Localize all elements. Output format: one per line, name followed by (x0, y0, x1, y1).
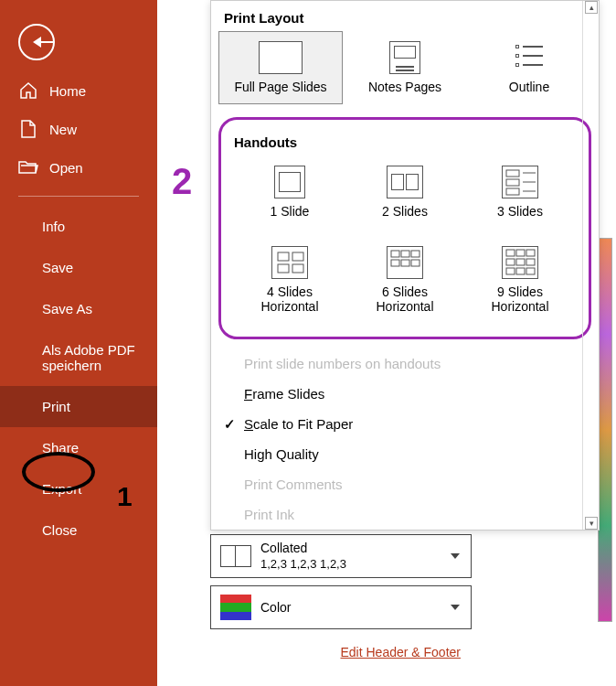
setting-line1: Color (260, 599, 291, 616)
svg-rect-20 (516, 259, 525, 265)
backstage-sidebar: Home New Open Info Save Save As Als Adob… (0, 0, 157, 686)
svg-rect-10 (391, 251, 399, 257)
open-icon (18, 157, 38, 177)
nav-label: Home (49, 83, 86, 99)
setting-collated-dropdown[interactable]: Collated 1,2,3 1,2,3 1,2,3 (210, 534, 472, 578)
nav-info[interactable]: Info (0, 206, 157, 247)
nav-adobe-pdf[interactable]: Als Adobe PDF speichern (0, 329, 157, 386)
nav-saveas[interactable]: Save As (0, 288, 157, 329)
chevron-down-icon (451, 553, 460, 559)
footer-link-row: Edit Header & Footer (210, 637, 472, 660)
setting-line1: Collated (260, 540, 346, 556)
separator (18, 196, 139, 197)
back-button[interactable] (18, 24, 55, 60)
nav-save[interactable]: Save (0, 247, 157, 288)
section-title-print-layout: Print Layout (211, 1, 599, 31)
color-icon (220, 595, 251, 620)
svg-rect-19 (506, 259, 515, 265)
nav-share[interactable]: Share (0, 427, 157, 468)
handout-1-slide[interactable]: 1 Slide (232, 155, 347, 229)
annotation-2: 2 (172, 161, 192, 202)
svg-rect-11 (401, 251, 409, 257)
handout-1-icon (274, 166, 305, 198)
nav-export[interactable]: Export (0, 468, 157, 509)
svg-rect-13 (391, 260, 399, 266)
content-area: ▴ ▾ Print Layout Full Page Slides Notes … (157, 0, 616, 686)
new-icon (18, 119, 38, 139)
annotation-1: 1 (117, 481, 133, 512)
svg-rect-21 (526, 259, 535, 265)
opt-scale-fit[interactable]: ✓Scale to Fit Paper (211, 409, 599, 439)
opt-print-ink: Print Ink (211, 499, 599, 530)
handout-4-horiz[interactable]: 4 Slides Horizontal (232, 236, 347, 324)
handout-4-icon (271, 246, 308, 279)
full-page-icon (259, 41, 303, 74)
collate-icon (220, 545, 251, 567)
handout-6-icon (387, 246, 423, 279)
section-title-handouts: Handouts (225, 125, 585, 155)
svg-rect-23 (516, 268, 525, 274)
handout-2-icon (387, 166, 423, 198)
scroll-up-icon[interactable]: ▴ (585, 1, 598, 14)
svg-rect-14 (401, 260, 409, 266)
svg-rect-6 (278, 252, 289, 261)
nav-label: New (49, 122, 77, 137)
svg-rect-8 (278, 264, 289, 273)
svg-rect-22 (506, 268, 515, 274)
svg-rect-18 (526, 250, 535, 256)
handout-6-horiz[interactable]: 6 Slides Horizontal (347, 236, 462, 324)
nav-new[interactable]: New (0, 110, 157, 148)
check-icon: ✓ (224, 416, 236, 433)
setting-line2: 1,2,3 1,2,3 1,2,3 (260, 557, 346, 573)
svg-rect-24 (526, 268, 535, 274)
layout-full-page[interactable]: Full Page Slides (218, 31, 343, 104)
svg-rect-1 (506, 179, 519, 186)
nav-home[interactable]: Home (0, 71, 157, 110)
opt-print-slide-numbers: Print slide numbers on handouts (211, 348, 599, 379)
nav-label: Open (49, 160, 83, 176)
opt-print-comments: Print Comments (211, 469, 599, 499)
layout-outline[interactable]: Outline (467, 31, 591, 104)
outline-icon (514, 41, 545, 74)
svg-rect-9 (292, 264, 303, 273)
svg-rect-15 (411, 260, 420, 266)
handout-2-slides[interactable]: 2 Slides (347, 155, 462, 229)
layout-row: Full Page Slides Notes Pages (211, 31, 599, 112)
setting-color-dropdown[interactable]: Color (210, 585, 472, 629)
svg-rect-7 (292, 252, 303, 261)
svg-rect-0 (506, 170, 519, 177)
layout-notes[interactable]: Notes Pages (343, 31, 467, 104)
svg-rect-16 (506, 250, 515, 256)
nav-close[interactable]: Close (0, 509, 157, 551)
handout-row-1: 1 Slide 2 Slides 3 Slides (225, 155, 585, 236)
print-layout-dropdown: ▴ ▾ Print Layout Full Page Slides Notes … (210, 0, 600, 531)
chevron-down-icon (451, 605, 460, 610)
svg-rect-2 (506, 188, 519, 195)
svg-rect-12 (411, 251, 420, 257)
handout-3-slides[interactable]: 3 Slides (462, 155, 578, 229)
opt-frame-slides[interactable]: Frame Slides (211, 379, 599, 409)
edit-header-footer-link[interactable]: Edit Header & Footer (340, 645, 461, 659)
arrow-left-icon (33, 37, 41, 48)
handout-row-2: 4 Slides Horizontal 6 Slides Horizontal … (225, 236, 585, 331)
handout-9-icon (502, 246, 538, 279)
nav-print[interactable]: Print (0, 386, 157, 427)
opt-high-quality[interactable]: High Quality (211, 439, 599, 469)
handout-9-horiz[interactable]: 9 Slides Horizontal (462, 236, 578, 324)
svg-rect-17 (516, 250, 525, 256)
nav-open[interactable]: Open (0, 148, 157, 187)
preview-strip (598, 238, 612, 622)
handout-3-icon (502, 166, 538, 198)
notes-icon (389, 41, 420, 74)
handouts-highlight: Handouts 1 Slide 2 Slides (218, 117, 591, 339)
home-icon (18, 80, 38, 101)
